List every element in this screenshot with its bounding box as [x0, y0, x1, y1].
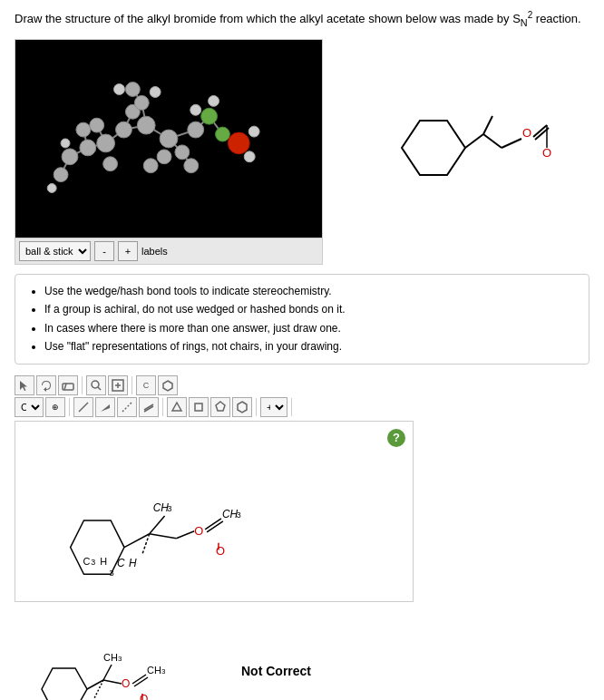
mol-controls: ball & stick wireframe space fill - + la… [15, 238, 323, 265]
ring6-button[interactable] [232, 397, 252, 417]
magnify-button[interactable] [86, 375, 106, 395]
zoom-fit-button[interactable] [108, 375, 128, 395]
svg-text:O: O [194, 523, 203, 537]
separator-6 [291, 398, 292, 416]
zoom-out-button[interactable]: - [94, 241, 114, 261]
svg-marker-65 [101, 404, 110, 412]
svg-text:3: 3 [118, 655, 122, 663]
svg-point-23 [62, 149, 78, 165]
svg-marker-63 [163, 381, 172, 391]
hint-3: In cases where there is more than one an… [44, 319, 578, 337]
svg-text:H: H [129, 557, 137, 569]
select-tool-button[interactable] [15, 375, 34, 395]
svg-point-31 [184, 159, 199, 173]
toolbar-row-1: C [15, 375, 589, 395]
svg-line-47 [465, 134, 483, 148]
svg-marker-71 [216, 402, 225, 411]
svg-point-58 [92, 381, 99, 388]
mol-viewer: ball & stick wireframe space fill - + la… [15, 39, 323, 265]
result-section: CH 3 O CH 3 O H 3 C Not Correct [15, 612, 589, 700]
svg-point-24 [54, 168, 68, 182]
svg-point-44 [143, 159, 158, 173]
svg-marker-73 [71, 520, 124, 574]
svg-marker-72 [238, 402, 247, 413]
undo-button[interactable] [36, 375, 56, 395]
toolbar-row-2: C ⊕ +/- [15, 397, 589, 417]
svg-text:3: 3 [237, 510, 241, 520]
svg-point-19 [137, 116, 155, 134]
not-correct-label: Not Correct [241, 664, 311, 678]
wedge-bond-button[interactable] [95, 397, 115, 417]
single-bond-button[interactable] [73, 397, 93, 417]
svg-point-38 [47, 184, 56, 193]
charge-select[interactable]: +/- [260, 397, 287, 417]
hash-bond-button[interactable] [117, 397, 137, 417]
subscript-n: N [521, 17, 528, 28]
svg-marker-46 [402, 121, 465, 175]
hint-1: Use the wedge/hash bond tools to indicat… [44, 282, 578, 300]
svg-text:3: 3 [109, 568, 114, 578]
svg-text:H: H [100, 556, 107, 567]
separator-1 [82, 376, 83, 394]
svg-point-21 [97, 134, 115, 152]
erase-button[interactable] [58, 375, 78, 395]
top-section: ball & stick wireframe space fill - + la… [15, 39, 589, 265]
svg-line-59 [98, 387, 101, 390]
svg-text:O: O [216, 543, 225, 557]
hints-list: Use the wedge/hash bond tools to indicat… [26, 282, 578, 356]
svg-point-35 [190, 104, 201, 115]
hints-box: Use the wedge/hash bond tools to indicat… [15, 274, 589, 365]
hint-4: Use "flat" representations of rings, not… [44, 337, 578, 355]
submitted-structure: CH 3 O CH 3 O H 3 C [15, 612, 214, 700]
help-button[interactable]: ? [387, 429, 405, 447]
separator-2 [132, 376, 132, 394]
svg-marker-69 [172, 403, 181, 411]
separator-4 [162, 398, 163, 416]
svg-point-18 [188, 122, 204, 138]
svg-point-22 [80, 140, 96, 156]
svg-text:CH: CH [147, 665, 161, 676]
svg-line-57 [64, 384, 66, 390]
svg-line-83 [176, 530, 194, 538]
dbl-bond-button[interactable] [139, 397, 159, 417]
display-mode-select[interactable]: ball & stick wireframe space fill [19, 241, 91, 261]
separator-3 [69, 398, 70, 416]
atom-select[interactable]: C [15, 397, 44, 417]
svg-point-34 [228, 132, 249, 154]
svg-text:C: C [117, 557, 125, 569]
ring4-button[interactable] [189, 397, 209, 417]
svg-text:O: O [522, 126, 531, 140]
ring5-button[interactable] [210, 397, 230, 417]
reference-structure: O O [341, 39, 589, 202]
circle-mode-button[interactable]: ⊕ [45, 397, 65, 417]
clean-button[interactable]: C [136, 375, 156, 395]
svg-point-30 [175, 145, 190, 160]
svg-point-27 [125, 83, 140, 97]
mol-canvas [15, 39, 323, 238]
draw-canvas[interactable]: CH 3 H C 3 O CH 3 O H 3 C ? [15, 421, 414, 602]
svg-line-96 [103, 665, 112, 680]
svg-text:3: 3 [91, 558, 95, 567]
separator-5 [256, 398, 257, 416]
svg-text:3: 3 [168, 504, 172, 513]
template-button[interactable] [158, 375, 178, 395]
zoom-in-button[interactable]: + [118, 241, 138, 261]
svg-text:O: O [542, 146, 551, 160]
svg-text:3: 3 [161, 667, 166, 676]
svg-line-64 [79, 403, 88, 412]
draw-area-wrapper: CH 3 H C 3 O CH 3 O H 3 C ? [15, 421, 414, 602]
svg-point-40 [114, 84, 125, 95]
svg-point-45 [103, 157, 118, 171]
svg-text:O: O [140, 693, 148, 700]
superscript-2: 2 [528, 10, 533, 20]
svg-point-33 [216, 127, 230, 141]
svg-line-48 [483, 134, 502, 148]
svg-point-20 [116, 122, 132, 138]
svg-line-75 [150, 516, 165, 534]
svg-rect-70 [195, 403, 202, 411]
svg-line-74 [124, 533, 150, 547]
svg-marker-94 [42, 668, 87, 700]
svg-point-42 [248, 126, 259, 137]
svg-point-43 [157, 150, 171, 164]
ring3-button[interactable] [167, 397, 187, 417]
